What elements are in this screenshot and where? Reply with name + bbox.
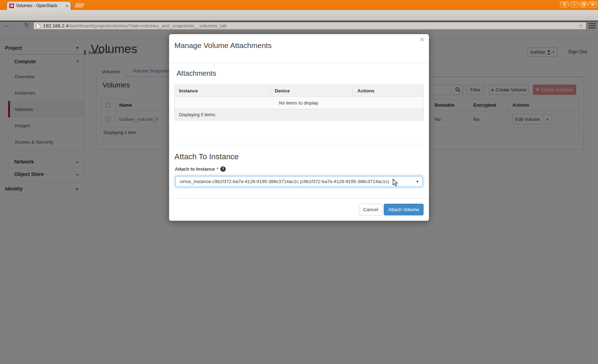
url-bar[interactable]: 192.168.2.4 /dashboard/project/volumes/?… xyxy=(33,22,586,30)
actions-header: Actions xyxy=(353,85,423,96)
forward-button[interactable]: → xyxy=(14,21,20,29)
cancel-button[interactable]: Cancel xyxy=(359,204,382,215)
back-button[interactable]: ← xyxy=(4,21,10,29)
browser-titlebar: Volumes - OpenStack × – ✕ xyxy=(0,0,598,10)
attach-to-instance-label: Attach to Instance * ? xyxy=(175,166,226,172)
browser-tab[interactable]: Volumes - OpenStack × xyxy=(6,1,71,10)
select-caret-icon: ▼ xyxy=(416,180,419,183)
attachments-table-header: Instance Device Actions xyxy=(175,85,423,97)
tab-title: Volumes - OpenStack xyxy=(16,3,63,8)
reload-button[interactable]: ↻ xyxy=(24,21,29,29)
window-minimize-button[interactable]: – xyxy=(570,1,578,8)
manage-volume-attachments-modal: × Manage Volume Attachments Attachments … xyxy=(169,34,429,221)
modal-header-divider xyxy=(169,63,429,63)
modal-title: Manage Volume Attachments xyxy=(174,41,272,50)
person-icon xyxy=(562,2,567,7)
new-tab-button[interactable] xyxy=(74,3,85,8)
tab-close-icon[interactable]: × xyxy=(65,4,68,8)
url-host: 192.168.2.4 xyxy=(43,23,68,28)
browser-menu-icon[interactable] xyxy=(588,23,596,28)
instance-header: Instance xyxy=(175,85,271,96)
attach-to-instance-heading: Attach To Instance xyxy=(174,152,239,161)
window-maximize-button[interactable] xyxy=(579,1,588,8)
modal-footer-divider xyxy=(169,198,429,199)
bookmark-star-icon[interactable]: ☆ xyxy=(578,22,583,29)
attach-volume-button[interactable]: Attach Volume xyxy=(384,204,424,215)
attachments-table-footer: Displaying 0 items xyxy=(175,109,423,120)
browser-toolbar: ← → ↻ 192.168.2.4 /dashboard/project/vol… xyxy=(0,10,598,22)
window-user-icon[interactable] xyxy=(560,1,569,8)
restore-icon xyxy=(582,3,586,6)
window-close-button[interactable]: ✕ xyxy=(588,1,597,8)
required-asterisk: * xyxy=(217,166,219,172)
empty-table-message: No items to display. xyxy=(175,97,423,109)
url-path: /dashboard/project/volumes/?tab=volumes_… xyxy=(68,23,227,28)
device-header: Device xyxy=(271,85,353,96)
attachments-heading: Attachments xyxy=(177,69,216,77)
page-icon xyxy=(36,23,40,28)
instance-select[interactable]: cirros_instance-c9b1f372-ba7e-4126-9195-… xyxy=(175,176,423,187)
help-icon[interactable]: ? xyxy=(220,166,226,172)
instance-select-value: cirros_instance-c9b1f372-ba7e-4126-9195-… xyxy=(180,179,389,184)
section-divider xyxy=(174,144,424,144)
mouse-cursor xyxy=(393,179,398,187)
field-label-text: Attach to Instance xyxy=(175,166,215,172)
modal-close-icon[interactable]: × xyxy=(420,36,424,43)
openstack-favicon-icon xyxy=(9,4,14,8)
attachments-table: Instance Device Actions No items to disp… xyxy=(174,85,424,121)
